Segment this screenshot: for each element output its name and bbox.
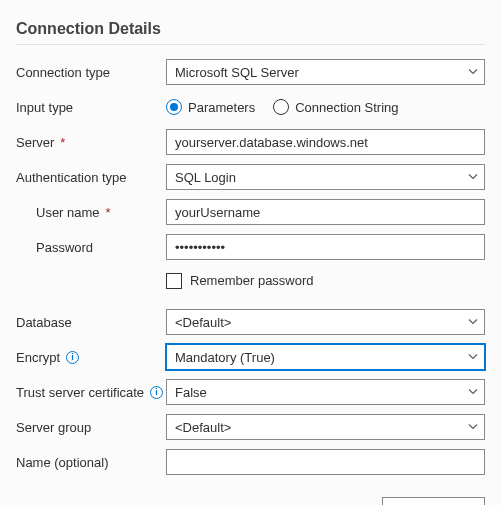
parameters-radio-label: Parameters xyxy=(188,100,255,115)
auth-type-select[interactable]: SQL Login xyxy=(166,164,485,190)
checkbox-icon xyxy=(166,273,182,289)
encrypt-label: Encrypt xyxy=(16,350,60,365)
password-input[interactable] xyxy=(166,234,485,260)
required-indicator: * xyxy=(60,135,65,150)
dialog-title: Connection Details xyxy=(16,12,485,45)
username-input[interactable] xyxy=(166,199,485,225)
connstr-radio-label: Connection String xyxy=(295,100,398,115)
connection-type-select[interactable]: Microsoft SQL Server xyxy=(166,59,485,85)
connection-type-label: Connection type xyxy=(16,65,110,80)
server-group-select[interactable]: <Default> xyxy=(166,414,485,440)
encrypt-value: Mandatory (True) xyxy=(175,350,275,365)
info-icon[interactable]: i xyxy=(66,351,79,364)
remember-password-checkbox[interactable]: Remember password xyxy=(166,273,314,289)
required-indicator: * xyxy=(106,205,111,220)
info-icon[interactable]: i xyxy=(150,386,163,399)
chevron-down-icon xyxy=(468,67,478,77)
server-group-label: Server group xyxy=(16,420,91,435)
input-type-connstr-radio[interactable]: Connection String xyxy=(273,99,398,115)
radio-icon xyxy=(273,99,289,115)
chevron-down-icon xyxy=(468,387,478,397)
advanced-button[interactable]: Advanced... xyxy=(382,497,485,505)
name-input[interactable] xyxy=(166,449,485,475)
database-select[interactable]: <Default> xyxy=(166,309,485,335)
connection-type-value: Microsoft SQL Server xyxy=(175,65,299,80)
server-input[interactable] xyxy=(166,129,485,155)
encrypt-select[interactable]: Mandatory (True) xyxy=(166,344,485,370)
trust-cert-select[interactable]: False xyxy=(166,379,485,405)
name-label: Name (optional) xyxy=(16,455,109,470)
trust-cert-value: False xyxy=(175,385,207,400)
database-value: <Default> xyxy=(175,315,231,330)
password-label: Password xyxy=(36,240,93,255)
chevron-down-icon xyxy=(468,317,478,327)
input-type-label: Input type xyxy=(16,100,73,115)
server-label: Server xyxy=(16,135,54,150)
chevron-down-icon xyxy=(468,352,478,362)
input-type-parameters-radio[interactable]: Parameters xyxy=(166,99,255,115)
auth-type-value: SQL Login xyxy=(175,170,236,185)
chevron-down-icon xyxy=(468,172,478,182)
username-label: User name xyxy=(36,205,100,220)
database-label: Database xyxy=(16,315,72,330)
chevron-down-icon xyxy=(468,422,478,432)
trust-cert-label: Trust server certificate xyxy=(16,385,144,400)
auth-type-label: Authentication type xyxy=(16,170,127,185)
radio-icon xyxy=(166,99,182,115)
remember-password-label: Remember password xyxy=(190,273,314,288)
server-group-value: <Default> xyxy=(175,420,231,435)
